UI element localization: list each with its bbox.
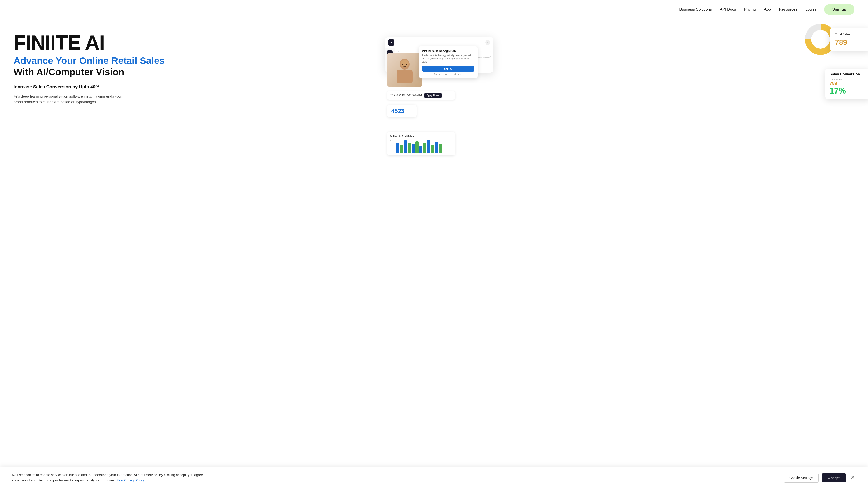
signup-button[interactable]: Sign up xyxy=(824,4,855,15)
nav-pricing[interactable]: Pricing xyxy=(744,7,756,12)
total-sales-label: Total Sales xyxy=(835,33,865,36)
nav-login[interactable]: Log in xyxy=(805,7,816,12)
hero-subtitle: Advance Your Online Retail Sales With AI… xyxy=(13,55,434,78)
hero-visual: ✦ ⌂ ⌂ Drop files here, Browse files or i… xyxy=(371,24,868,173)
privacy-policy-link[interactable]: See Privacy Policy xyxy=(116,478,145,482)
hero-text-block: FINIITE AI Advance Your Online Retail Sa… xyxy=(0,28,434,173)
cookie-buttons: Cookie Settings Accept ✕ xyxy=(784,473,857,483)
sales-percent-value: 17% xyxy=(830,86,866,96)
bar-12 xyxy=(438,144,442,153)
sales-total-label: Total Sales xyxy=(830,78,866,81)
cookie-message: We use cookies to enable services on our… xyxy=(11,473,203,482)
topbar-icon-1: ⌂ xyxy=(485,40,490,45)
nav-api-docs[interactable]: API Docs xyxy=(720,7,736,12)
dashboard-top-icons: ⌂ xyxy=(485,40,490,45)
cookie-banner: We use cookies to enable services on our… xyxy=(0,467,868,488)
sales-conversion-card: Sales Conversion Total Sales 789 17% xyxy=(825,69,868,99)
total-sales-value: 789 xyxy=(835,38,865,46)
hero-title: FINIITE AI xyxy=(13,33,434,53)
accept-button[interactable]: Accept xyxy=(822,473,846,482)
bar-11 xyxy=(435,142,438,153)
cookie-settings-button[interactable]: Cookie Settings xyxy=(784,473,819,483)
total-sales-card: Total Sales 789 xyxy=(830,28,868,51)
sales-total-value: 789 xyxy=(830,81,866,86)
hero-subtitle-line2: With AI/Computer Vision xyxy=(13,67,124,77)
nav-resources[interactable]: Resources xyxy=(779,7,797,12)
main-nav: Business Solutions API Docs Pricing App … xyxy=(0,0,868,19)
nav-business-solutions[interactable]: Business Solutions xyxy=(679,7,712,12)
hero-tagline: Increase Sales Conversion by Upto 40% xyxy=(13,84,434,90)
hero-section: FINIITE AI Advance Your Online Retail Sa… xyxy=(0,19,868,173)
sales-conversion-title: Sales Conversion xyxy=(830,72,866,76)
hero-subtitle-line1: Advance Your Online Retail Sales xyxy=(13,55,164,66)
close-cookie-button[interactable]: ✕ xyxy=(849,475,857,481)
hero-description: ite's deep learning personalization soft… xyxy=(13,94,131,105)
cookie-text: We use cookies to enable services on our… xyxy=(11,472,206,483)
nav-app[interactable]: App xyxy=(764,7,771,12)
